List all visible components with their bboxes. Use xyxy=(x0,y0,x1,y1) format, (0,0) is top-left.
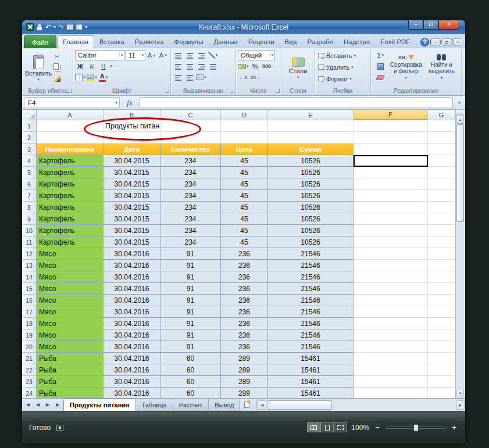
decrease-decimal-button[interactable]: .00→ xyxy=(249,72,260,83)
zoom-slider[interactable] xyxy=(386,427,446,429)
insert-sheet-button[interactable] xyxy=(240,399,253,411)
cell-E9[interactable]: 10526 xyxy=(268,213,354,225)
dialog-launcher-icon[interactable] xyxy=(230,89,234,93)
row-header-5[interactable]: 5 xyxy=(22,167,37,178)
cell-F17[interactable] xyxy=(354,306,428,318)
align-center-button[interactable] xyxy=(184,61,195,71)
cell-B3[interactable]: Дата xyxy=(103,144,160,155)
zoom-in-button[interactable]: + xyxy=(450,423,458,432)
cell-B20[interactable]: 30.04.2016 xyxy=(103,341,160,353)
cell-D23[interactable]: 289 xyxy=(221,376,268,388)
cell-A15[interactable]: Мясо xyxy=(37,283,103,295)
next-sheet-icon[interactable]: ▶ xyxy=(43,402,52,407)
row-header-7[interactable]: 7 xyxy=(22,190,37,202)
cell-G2[interactable] xyxy=(428,132,455,144)
last-sheet-icon[interactable]: ▶ xyxy=(53,402,62,407)
column-header-D[interactable]: D xyxy=(221,110,268,120)
cell-G23[interactable] xyxy=(428,376,455,388)
cell-D18[interactable]: 236 xyxy=(221,318,268,329)
dialog-launcher-icon[interactable] xyxy=(276,89,280,93)
cell-B22[interactable]: 30.04.2016 xyxy=(103,364,160,376)
cell-B16[interactable]: 30.04.2016 xyxy=(103,295,160,306)
page-break-view-button[interactable] xyxy=(334,422,347,432)
cell-G5[interactable] xyxy=(428,167,455,178)
cell-D14[interactable]: 236 xyxy=(221,271,268,283)
font-size-select[interactable]: 11▾ xyxy=(126,50,145,60)
delete-cells-button[interactable]: Удалить▾ xyxy=(317,62,369,73)
ribbon-tab-home[interactable]: Главная xyxy=(57,35,94,48)
workbook-close-icon[interactable]: × xyxy=(453,38,462,46)
cell-F23[interactable] xyxy=(354,376,428,388)
grow-font-button[interactable]: А▲ xyxy=(147,50,157,60)
row-header-21[interactable]: 21 xyxy=(22,353,37,364)
cell-B8[interactable]: 30.04.2015 xyxy=(103,202,160,213)
row-header-20[interactable]: 20 xyxy=(22,341,37,353)
cell-F22[interactable] xyxy=(354,364,428,376)
cell-A21[interactable]: Рыба xyxy=(37,353,103,364)
cell-D17[interactable]: 236 xyxy=(221,306,268,318)
cell-E13[interactable]: 21546 xyxy=(268,260,354,271)
cell-D5[interactable]: 45 xyxy=(221,167,268,178)
cell-B4[interactable]: 30.04.2015 xyxy=(103,155,160,167)
row-header-14[interactable]: 14 xyxy=(22,271,37,283)
cell-G18[interactable] xyxy=(428,318,455,329)
cell-C24[interactable]: 60 xyxy=(160,388,221,398)
formula-bar-expand-icon[interactable]: ▾ xyxy=(455,101,463,105)
cell-A14[interactable]: Мясо xyxy=(37,271,103,283)
cell-C2[interactable] xyxy=(160,132,221,144)
cell-G14[interactable] xyxy=(428,271,455,283)
cell-B13[interactable]: 30.04.2016 xyxy=(103,260,160,271)
sheet-tab-output[interactable]: Вывод xyxy=(209,399,240,411)
cell-D10[interactable]: 45 xyxy=(221,225,268,236)
cell-D11[interactable]: 45 xyxy=(221,236,268,248)
dialog-launcher-icon[interactable] xyxy=(165,89,169,93)
column-header-C[interactable]: C xyxy=(160,110,221,120)
cell-A8[interactable]: Картофель xyxy=(37,202,103,213)
redo-icon[interactable]: ↷ xyxy=(58,24,64,31)
cell-G17[interactable] xyxy=(428,306,455,318)
cell-C15[interactable]: 91 xyxy=(160,283,221,295)
normal-view-button[interactable] xyxy=(307,422,320,432)
cell-B21[interactable]: 30.04.2016 xyxy=(103,353,160,364)
cell-D8[interactable]: 45 xyxy=(221,202,268,213)
cell-C7[interactable]: 234 xyxy=(160,190,221,202)
cell-B17[interactable]: 30.04.2016 xyxy=(103,306,160,318)
save-icon[interactable] xyxy=(36,24,43,31)
cell-D19[interactable]: 236 xyxy=(221,329,268,341)
cell-F12[interactable] xyxy=(354,248,428,260)
decrease-indent-button[interactable] xyxy=(173,72,183,83)
help-icon[interactable]: ? xyxy=(420,38,429,46)
cell-D15[interactable]: 236 xyxy=(221,283,268,295)
cell-B11[interactable]: 30.04.2015 xyxy=(103,236,160,248)
cell-E2[interactable] xyxy=(268,132,354,144)
merge-center-button[interactable]: ▾ xyxy=(196,72,206,83)
cell-A2[interactable] xyxy=(37,132,103,144)
row-header-13[interactable]: 13 xyxy=(22,260,37,271)
fill-button[interactable] xyxy=(373,61,388,71)
cell-B6[interactable]: 30.04.2015 xyxy=(103,178,160,190)
insert-function-button[interactable]: fx xyxy=(122,98,137,107)
ribbon-tab-addins[interactable]: Надстро xyxy=(338,36,375,48)
row-header-15[interactable]: 15 xyxy=(22,283,37,295)
close-button[interactable]: × xyxy=(438,20,459,30)
cell-C13[interactable]: 91 xyxy=(160,260,221,271)
cell-G15[interactable] xyxy=(428,283,455,295)
increase-indent-button[interactable] xyxy=(184,72,195,83)
cell-F4[interactable] xyxy=(354,155,428,167)
cell-C23[interactable]: 60 xyxy=(160,376,221,388)
cell-E3[interactable]: Сумма xyxy=(268,144,354,155)
cell-G16[interactable] xyxy=(428,295,455,306)
cell-B5[interactable]: 30.04.2015 xyxy=(103,167,160,178)
align-bottom-button[interactable] xyxy=(196,50,206,60)
cell-G21[interactable] xyxy=(428,353,455,364)
cell-E21[interactable]: 15461 xyxy=(268,353,354,364)
dialog-launcher-icon[interactable] xyxy=(67,89,72,93)
cell-C10[interactable]: 234 xyxy=(160,225,221,236)
cell-E14[interactable]: 21546 xyxy=(268,271,354,283)
find-select-button[interactable]: Найти и выделить ▾ xyxy=(424,50,459,87)
scroll-left-icon[interactable]: ◀ xyxy=(258,400,266,410)
cell-A7[interactable]: Картофель xyxy=(37,190,103,202)
row-header-18[interactable]: 18 xyxy=(22,318,37,329)
cell-B12[interactable]: 30.04.2016 xyxy=(103,248,160,260)
row-header-24[interactable]: 24 xyxy=(22,388,37,398)
